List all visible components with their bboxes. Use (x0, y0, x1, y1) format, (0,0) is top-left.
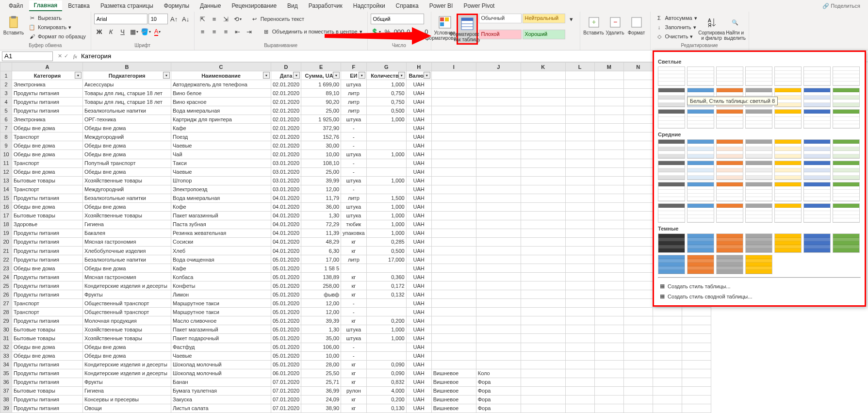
col-header[interactable]: D (271, 63, 301, 71)
cell[interactable]: Маршрутное такси (171, 308, 271, 316)
cell[interactable] (476, 281, 521, 290)
cell[interactable]: Продукты питания (12, 360, 83, 369)
cell[interactable]: штука (341, 176, 367, 185)
cell[interactable]: Закуска (171, 395, 271, 404)
table-style-swatch[interactable] (687, 161, 714, 180)
table-style-swatch[interactable] (774, 161, 802, 180)
table-style-swatch[interactable] (745, 255, 772, 274)
cell[interactable]: 02.01.2020 (271, 106, 301, 115)
copy-button[interactable]: 📋Копировать ▾ (26, 23, 88, 32)
table-style-swatch[interactable] (687, 203, 714, 223)
cell[interactable] (565, 141, 594, 150)
cell[interactable]: 1,000 (366, 202, 406, 211)
cell[interactable] (431, 211, 476, 220)
font-name-input[interactable] (94, 14, 147, 24)
cell[interactable]: 02.01.2020 (271, 124, 301, 132)
cell[interactable] (431, 124, 476, 132)
table-style-swatch[interactable] (803, 109, 831, 129)
cell[interactable]: UAH (406, 343, 431, 351)
cell[interactable] (594, 360, 623, 369)
cell[interactable] (623, 246, 653, 255)
cell[interactable] (682, 343, 711, 351)
tab-help[interactable]: Справка (391, 1, 424, 11)
cell[interactable] (431, 237, 476, 246)
cell[interactable]: Продукты питания (12, 98, 83, 106)
cell[interactable]: Продукты питания (12, 281, 83, 290)
cell[interactable]: 05.01.2020 (271, 281, 301, 290)
cell[interactable]: 89,10 (301, 89, 341, 98)
cell[interactable]: кг (341, 378, 367, 386)
filter-dropdown-icon[interactable]: ▼ (398, 72, 405, 79)
table-header-cell[interactable]: Наименование▼ (171, 71, 271, 80)
cell[interactable]: кг (341, 395, 367, 404)
row-header[interactable]: 10 (0, 150, 12, 159)
sort-filter-button[interactable]: AЯСортировка и фильтр (701, 14, 722, 42)
row-header[interactable]: 22 (0, 255, 12, 264)
cell[interactable]: Чаевые (171, 167, 271, 176)
cell[interactable]: Продукты питания (12, 106, 83, 115)
cell[interactable] (565, 167, 594, 176)
cell[interactable] (521, 308, 565, 316)
cell[interactable] (623, 202, 653, 211)
cell[interactable] (476, 246, 521, 255)
cell[interactable]: Продукты питания (12, 316, 83, 325)
cell[interactable]: 05.01.2020 (271, 343, 301, 351)
cell[interactable]: 06.01.2020 (271, 369, 301, 378)
cell[interactable] (653, 360, 682, 369)
cell[interactable]: 1 699,00 (301, 80, 341, 89)
cell[interactable] (594, 369, 623, 378)
cell[interactable]: Электроника (12, 115, 83, 124)
table-style-swatch[interactable] (716, 161, 743, 180)
tab-home[interactable]: Главная (29, 0, 63, 11)
cell[interactable] (476, 106, 521, 115)
cell[interactable] (521, 211, 565, 220)
select-all-corner[interactable] (0, 63, 12, 71)
table-style-swatch[interactable] (716, 233, 743, 253)
cell[interactable] (594, 290, 623, 299)
cell[interactable]: 17,000 (366, 255, 406, 264)
cell[interactable] (431, 343, 476, 351)
cell[interactable]: UAH (406, 124, 431, 132)
cell[interactable]: фывф (301, 290, 341, 299)
cell[interactable]: литр (341, 89, 367, 98)
cell[interactable] (521, 115, 565, 124)
cell[interactable]: 72,29 (301, 220, 341, 229)
cell[interactable] (476, 202, 521, 211)
cell[interactable]: Обеды вне дома (12, 351, 83, 360)
cell[interactable]: штука (341, 211, 367, 220)
row-header[interactable]: 17 (0, 211, 12, 220)
cell[interactable] (521, 229, 565, 237)
row-header[interactable]: 13 (0, 176, 12, 185)
cell[interactable] (623, 220, 653, 229)
cell[interactable]: Листья салата (171, 404, 271, 413)
cell[interactable]: 4,000 (366, 386, 406, 395)
align-top-button[interactable]: ⇱ (197, 14, 208, 24)
cell[interactable]: 25,71 (301, 378, 341, 386)
cell[interactable]: Вода очищенная (171, 255, 271, 264)
cell[interactable]: 372,90 (301, 124, 341, 132)
cell[interactable]: 05.01.2020 (271, 290, 301, 299)
cell[interactable] (594, 404, 623, 413)
cell[interactable] (431, 281, 476, 290)
table-style-swatch[interactable] (803, 182, 831, 201)
table-style-swatch[interactable] (745, 161, 772, 180)
col-header[interactable]: J (476, 63, 521, 71)
cell[interactable] (565, 194, 594, 202)
cell[interactable] (594, 316, 623, 325)
cell[interactable]: Продукты питания (12, 290, 83, 299)
cell[interactable] (476, 273, 521, 281)
cell[interactable]: 1,500 (366, 194, 406, 202)
cell[interactable] (565, 202, 594, 211)
cell[interactable] (565, 395, 594, 404)
cell[interactable]: UAH (406, 299, 431, 308)
align-middle-button[interactable]: ≡ (209, 14, 220, 24)
cell[interactable] (682, 308, 711, 316)
col-header[interactable]: M (594, 63, 623, 71)
cell[interactable]: 0,090 (366, 369, 406, 378)
cell[interactable]: UAH (406, 395, 431, 404)
cell[interactable]: Кофе (171, 202, 271, 211)
row-header[interactable]: 23 (0, 264, 12, 273)
col-header[interactable]: H (406, 63, 431, 71)
cell[interactable] (623, 299, 653, 308)
cell[interactable]: Кондитерские изделия и десерты (83, 369, 171, 378)
